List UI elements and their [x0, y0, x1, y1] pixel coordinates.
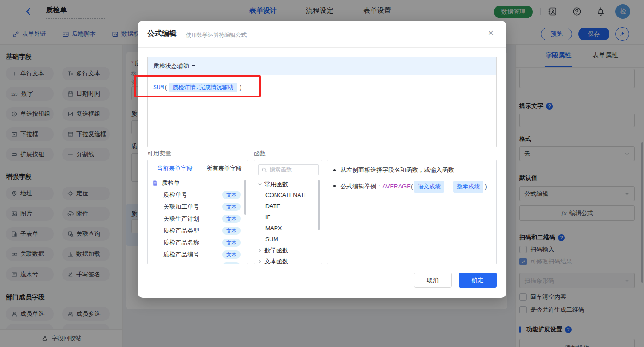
variable-item[interactable]: 质检产品名称文本 — [148, 237, 248, 249]
function-group-label: 数学函数 — [264, 246, 288, 255]
close-icon[interactable]: × — [484, 26, 498, 40]
example-function-name: AVERAGE — [382, 183, 411, 190]
function-item[interactable]: IF — [254, 212, 322, 223]
variables-tabs: 当前表单字段 所有表单字段 — [148, 160, 248, 176]
chevron-right-icon — [258, 259, 262, 264]
tip-example: 公式编辑举例：AVERAGE(语文成绩，数学成绩) — [340, 181, 487, 193]
field-type-badge: 文本 — [222, 203, 241, 211]
field-type-badge: 文本 — [222, 191, 241, 199]
function-item[interactable]: SUM — [254, 234, 322, 245]
tree-root-form[interactable]: 质检单 — [148, 177, 248, 189]
field-type-badge: 文本 — [222, 250, 241, 259]
chevron-right-icon — [258, 248, 262, 253]
variable-item[interactable]: 关联加工单号文本 — [148, 201, 248, 213]
tab-all-form-fields[interactable]: 所有表单字段 — [206, 165, 242, 173]
tab-current-form-fields[interactable]: 当前表单字段 — [157, 165, 193, 173]
bullet-icon — [334, 169, 336, 171]
variable-name: 质检产品类型 — [163, 227, 199, 235]
function-group-common[interactable]: 常用函数 — [254, 179, 322, 190]
modal-title: 公式编辑 — [147, 29, 177, 39]
formula-input-area[interactable]: SUM(质检详情.完成情况辅助) — [148, 75, 496, 100]
field-token-chip[interactable]: 质检详情.完成情况辅助 — [169, 83, 237, 92]
formula-editor-modal: 公式编辑 使用数学运算符编辑公式 × 质检状态辅助 = SUM(质检详情.完成情… — [138, 21, 506, 298]
function-item[interactable]: CONCATENATE — [254, 190, 322, 201]
function-search[interactable] — [258, 164, 319, 175]
variables-panel: 当前表单字段 所有表单字段 质检单 质检单号文本 关联加工单号文本 关联生产计划… — [147, 160, 248, 264]
functions-panel: 常用函数 CONCATENATE DATE IF MAPX SUM 数学函数 文… — [254, 160, 322, 264]
function-group-math[interactable]: 数学函数 — [254, 245, 322, 256]
variable-name: 质检单号 — [163, 191, 187, 199]
variable-name: 质检产品编号 — [163, 250, 199, 259]
function-item[interactable]: DATE — [254, 201, 322, 212]
function-group-label: 常用函数 — [264, 180, 288, 188]
field-type-badge: 文本 — [222, 262, 241, 264]
close-paren: ) — [239, 84, 242, 91]
function-search-input[interactable] — [270, 166, 313, 173]
tips-panel: 从左侧面板选择字段名和函数，或输入函数 公式编辑举例：AVERAGE(语文成绩，… — [327, 160, 497, 264]
formula-target-row: 质检状态辅助 = — [148, 57, 496, 75]
modal-subtitle: 使用数学运算符编辑公式 — [186, 31, 247, 39]
chevron-down-icon — [258, 182, 262, 187]
open-paren: ( — [164, 84, 167, 91]
variables-scrollbar[interactable] — [244, 180, 246, 215]
tip-line-1: 从左侧面板选择字段名和函数，或输入函数 — [334, 165, 496, 175]
variable-item[interactable]: 质检单号文本 — [148, 189, 248, 201]
tip-line-2: 公式编辑举例：AVERAGE(语文成绩，数学成绩) — [334, 181, 496, 193]
bullet-icon — [334, 185, 336, 187]
formula-target-field: 质检状态辅助 — [153, 62, 189, 70]
field-type-badge: 文本 — [222, 227, 241, 235]
variable-item[interactable]: 质检产品编号文本 — [148, 249, 248, 261]
functions-scrollbar[interactable] — [318, 180, 320, 230]
function-group-text[interactable]: 文本函数 — [254, 256, 322, 264]
functions-panel-label: 函数 — [254, 149, 266, 158]
field-type-badge: 文本 — [222, 215, 241, 223]
formula-function-name: SUM — [153, 84, 164, 91]
variable-name: 关联加工单号 — [163, 203, 199, 211]
search-icon — [261, 167, 267, 173]
field-type-badge: 文本 — [222, 239, 241, 247]
modal-header-divider — [138, 47, 506, 48]
variable-item[interactable]: 关联生产计划文本 — [148, 213, 248, 225]
tip-text: 从左侧面板选择字段名和函数，或输入函数 — [340, 165, 454, 175]
confirm-button[interactable]: 确定 — [459, 273, 497, 288]
function-group-label: 文本函数 — [264, 257, 288, 264]
variable-name: 关联生产计划 — [163, 215, 199, 223]
variable-item[interactable]: 文本 — [148, 261, 248, 264]
example-field-chip: 语文成绩 — [414, 181, 444, 193]
example-field-chip: 数学成绩 — [453, 181, 483, 193]
formula-editor-box: 质检状态辅助 = SUM(质检详情.完成情况辅助) — [147, 57, 497, 147]
variable-item[interactable]: 质检产品类型文本 — [148, 225, 248, 237]
function-item[interactable]: MAPX — [254, 223, 322, 234]
variables-panel-label: 可用变量 — [147, 149, 171, 158]
form-file-icon — [152, 180, 159, 186]
variables-tree: 质检单 质检单号文本 关联加工单号文本 关联生产计划文本 质检产品类型文本 质检… — [148, 176, 248, 264]
variable-name: 质检产品名称 — [163, 239, 199, 247]
formula-equals: = — [192, 63, 196, 69]
app-root: 质检单 表单设计 流程设定 表单设置 数据管理 检 表单外链 后端脚本 — [0, 0, 644, 347]
tree-root-label: 质检单 — [162, 179, 180, 187]
functions-tree: 常用函数 CONCATENATE DATE IF MAPX SUM 数学函数 文… — [254, 179, 322, 264]
cancel-button[interactable]: 取消 — [414, 273, 452, 288]
